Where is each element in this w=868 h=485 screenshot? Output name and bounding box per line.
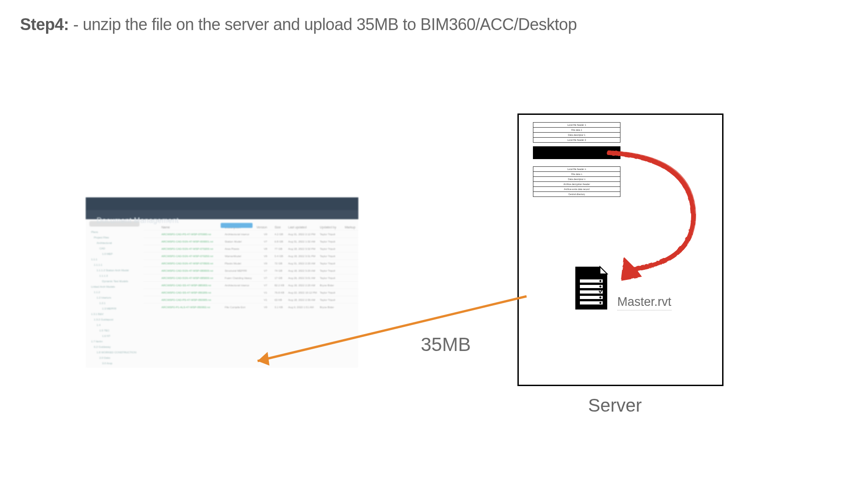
folder-tree-item: CAD	[86, 246, 143, 251]
folder-tree-item: 1.0 MEP	[86, 251, 143, 257]
zip-row: File data n	[533, 172, 620, 177]
server-label: Server	[588, 395, 642, 416]
folder-tree-item: 1.1.1.1	[86, 262, 143, 268]
folder-tree-item: 6.2 Guideway	[86, 344, 143, 350]
upload-arrow	[244, 283, 531, 378]
bim360-sidebar: PlansProject FilesArchitecturalCAD1.0 ME…	[86, 219, 143, 368]
folder-tree-item: 1.5 TEC	[86, 328, 143, 333]
zip-row: Data descriptor n	[533, 177, 620, 182]
folder-tree-item: 1.1.1.2 Station Arch Model	[86, 268, 143, 273]
table-column-header: Name	[143, 226, 225, 229]
table-row: ARCWSP2-CAD-5GN-47-WSP-070200.rvtArea Pl…	[143, 245, 358, 252]
folder-tree-item: 1.3.1 B&V	[86, 311, 143, 317]
zip-structure-table-bottom: Local file header nFile data nData descr…	[533, 166, 620, 197]
svg-marker-12	[258, 352, 269, 366]
zip-row: Data descriptor 1	[533, 133, 620, 138]
table-column-header: Last updated	[288, 226, 320, 229]
bim360-title: Document Management	[97, 217, 179, 225]
table-row: ARCWSP2-CAD-5GN-47-WSP-080000.rvtStructu…	[143, 267, 358, 274]
folder-tree-item: 1.2 Interiors	[86, 295, 143, 300]
table-row: ARCWSP2-CAD-5GN-47-WSP-085000.rvtFoam Cl…	[143, 274, 358, 281]
step-title: Step4: - unzip the file on the server an…	[20, 15, 577, 34]
zip-row: Local file header n	[533, 167, 620, 172]
master-file-label: Master.rvt	[617, 295, 672, 310]
table-column-header: Version	[257, 226, 275, 229]
folder-tree-item: Linked Arch Models	[86, 284, 143, 289]
bim360-header	[86, 197, 358, 210]
svg-point-9	[599, 296, 601, 298]
folder-tree-item: 1.1.2	[86, 289, 143, 295]
svg-point-8	[599, 285, 601, 287]
table-row: ARCWSP2-CAD-5GN-47-WSP-070500.rvtPlastic…	[143, 259, 358, 267]
table-column-header: Updated by	[320, 226, 345, 229]
folder-tree-item: 3.0 Arup	[86, 361, 143, 366]
zip-row: Local file header 1	[533, 123, 620, 128]
zip-row: Archive extra data record	[533, 187, 620, 192]
svg-point-10	[599, 302, 601, 304]
zip-structure-table: Local file header 1File data 1Data descr…	[533, 122, 620, 143]
folder-tree-item: 1.2.1	[86, 300, 143, 306]
folder-tree-item: 1.3 MEPFR	[86, 306, 143, 311]
folder-tree-item: 1.6 NT	[86, 333, 143, 339]
zip-row: Archive decryption header	[533, 182, 620, 187]
folder-tree-item: Dynamic Test Models	[86, 279, 143, 284]
folder-tree-item: 1.1.1	[86, 257, 143, 262]
zip-row: Local file header 2	[533, 138, 620, 143]
folder-tree-item: Plans	[86, 229, 143, 235]
svg-rect-6	[580, 301, 603, 304]
master-file-icon	[574, 266, 609, 310]
table-row: ARCWSP2-CAD-5GN-47-WSP-070250.rvtWarnerM…	[143, 252, 358, 259]
folder-tree-item: 1.7 Iterim	[86, 339, 143, 344]
zip-row: Central directory	[533, 192, 620, 197]
table-row: ARCWSP2-CAD-PS-47-WSP-070000.rvtArchitec…	[143, 230, 358, 237]
svg-point-7	[599, 280, 601, 282]
step-description: - unzip the file on the server and uploa…	[69, 15, 577, 34]
folder-tree-item: 1.8 WORKED CONSTRUCTION	[86, 350, 143, 355]
svg-rect-3	[580, 285, 603, 288]
folder-tree-item: Project Files	[86, 235, 143, 240]
table-column-header: Markup	[345, 226, 358, 229]
folder-tree-item: 1.3.2 Guidepost	[86, 317, 143, 322]
svg-rect-5	[580, 296, 603, 299]
table-row: ARCWSP2-CAD-5GN-47-WSP-000001.rvtStation…	[143, 237, 358, 245]
highlighted-cell	[221, 223, 253, 228]
svg-line-11	[258, 296, 527, 361]
table-column-header: Size	[274, 226, 288, 229]
svg-rect-2	[580, 279, 603, 283]
folder-tree-item: 1.1.1.3	[86, 273, 143, 279]
folder-tree-item: 2.0 Daks	[86, 355, 143, 361]
zip-row: File data 1	[533, 128, 620, 133]
folder-tree-item: 1.4	[86, 322, 143, 328]
folder-tree-item: Architectural	[86, 240, 143, 246]
step-number: Step4:	[20, 15, 69, 34]
zip-highlighted-row	[533, 146, 620, 159]
